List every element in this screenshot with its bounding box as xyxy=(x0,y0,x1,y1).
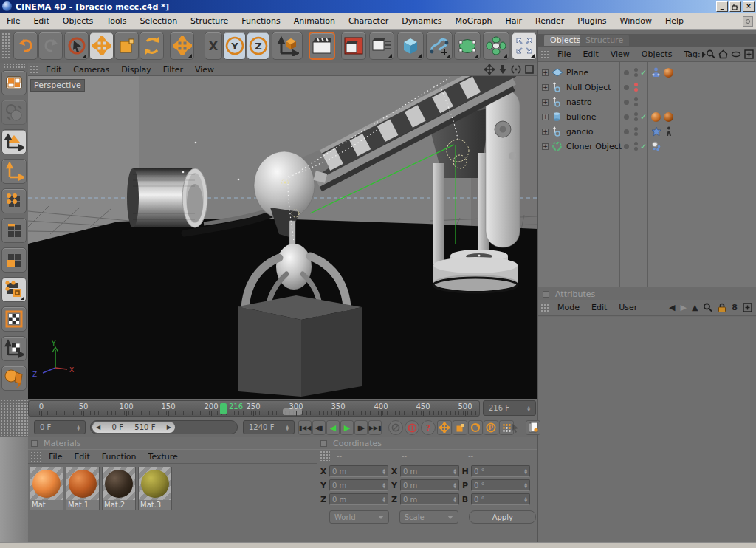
viewport-menu-filter[interactable]: Filter xyxy=(157,65,189,75)
goto-start-button[interactable]: ▮◀◀ xyxy=(298,420,312,435)
render-view-button[interactable] xyxy=(309,32,335,60)
pan-view-icon[interactable] xyxy=(484,64,495,75)
menu-mograph[interactable]: MoGraph xyxy=(448,13,498,29)
menu-pin-icon[interactable] xyxy=(743,16,753,27)
coordinates-grip[interactable] xyxy=(320,451,330,461)
record-disabled-icon[interactable] xyxy=(388,420,403,435)
om-home-icon[interactable] xyxy=(718,49,728,59)
lock-z-axis-button[interactable]: Z xyxy=(247,32,269,60)
coordinates-collapse-box[interactable] xyxy=(320,440,327,447)
om-search-icon[interactable] xyxy=(706,49,715,59)
scale-tool-button[interactable] xyxy=(114,32,139,60)
play-backward-button[interactable]: ◀ xyxy=(326,420,340,435)
menu-objects[interactable]: Objects xyxy=(56,13,100,29)
menu-edit[interactable]: Edit xyxy=(27,13,55,29)
attr-back-icon[interactable]: ◀ xyxy=(669,303,675,312)
om-menu-file[interactable]: File xyxy=(551,49,577,59)
attr-forward-icon[interactable]: ▶ xyxy=(680,303,686,312)
prev-frame-button[interactable]: ◀▮ xyxy=(312,420,326,435)
layer-dot[interactable] xyxy=(624,70,629,75)
layer-dot[interactable] xyxy=(624,114,629,120)
viewport-menu-edit[interactable]: Edit xyxy=(40,65,67,75)
material-item-mat3[interactable]: Mat.3 xyxy=(138,467,172,510)
om-grip[interactable] xyxy=(540,50,549,59)
lock-y-axis-button[interactable]: Y xyxy=(223,32,246,60)
render-settings-button[interactable] xyxy=(369,32,394,60)
rot-b-field[interactable]: 0 °▲▼ xyxy=(471,493,530,505)
visibility-dots[interactable] xyxy=(634,112,638,121)
attr-menu-mode[interactable]: Mode xyxy=(551,303,585,312)
enabled-check-icon[interactable]: ✓ xyxy=(640,68,647,78)
om-addpanel-icon[interactable] xyxy=(744,49,754,59)
lock-x-axis-button[interactable]: X xyxy=(205,32,222,60)
expand-icon[interactable]: + xyxy=(542,129,549,135)
material-item-mat[interactable]: Mat xyxy=(30,467,63,510)
character-tag-icon[interactable] xyxy=(650,67,662,78)
menu-tools[interactable]: Tools xyxy=(100,13,133,29)
object-row-bullone[interactable]: + bullone ✓ xyxy=(538,109,756,124)
preview-range-slider[interactable]: ◀ 0 F 510 F ▶ xyxy=(90,420,238,434)
material-item-mat1[interactable]: Mat.1 xyxy=(66,467,100,510)
use-world-axis-button[interactable] xyxy=(1,100,27,125)
mat-menu-texture[interactable]: Texture xyxy=(142,452,184,462)
polygons-mode-button[interactable] xyxy=(1,247,27,273)
timeline-ruler[interactable]: 0 50 100 150 200 250 300 350 400 450 500… xyxy=(28,400,480,417)
key-rotation-toggle[interactable] xyxy=(468,420,483,435)
om-menu-objects[interactable]: Objects xyxy=(636,49,678,59)
om-menu-edit[interactable]: Edit xyxy=(577,49,604,59)
render-picture-viewer-button[interactable] xyxy=(341,32,366,60)
spline-pen-button[interactable] xyxy=(426,32,453,60)
attr-menu-edit[interactable]: Edit xyxy=(585,303,613,312)
select-keys-icon[interactable] xyxy=(509,422,521,436)
apply-button[interactable]: Apply xyxy=(469,510,536,524)
layer-dot[interactable] xyxy=(624,144,629,149)
object-row-null-object[interactable]: + Null Object xyxy=(538,80,756,95)
coord-system-combo[interactable]: World xyxy=(329,510,389,524)
rot-h-field[interactable]: 0 °▲▼ xyxy=(471,465,530,477)
layer-dot[interactable] xyxy=(624,85,629,90)
move-tool-button[interactable] xyxy=(89,32,114,60)
current-frame-marker[interactable] xyxy=(220,403,227,414)
character-tag-icon[interactable] xyxy=(663,126,674,137)
xpresso-tag-icon[interactable] xyxy=(650,126,662,137)
autokey-question-button[interactable]: ? xyxy=(421,420,436,435)
current-frame-field[interactable]: 216 F ▲▼ xyxy=(483,400,536,416)
primitive-cube-button[interactable] xyxy=(397,32,424,60)
attr-lock-icon[interactable] xyxy=(718,303,726,312)
rotate-tool-button[interactable] xyxy=(140,32,164,60)
last-tool-move-button[interactable] xyxy=(170,32,194,60)
viewport-grip[interactable] xyxy=(30,65,38,74)
tag-flyout-arrow-icon[interactable] xyxy=(702,52,706,58)
menu-animation[interactable]: Animation xyxy=(287,13,342,29)
viewport-camera-label[interactable]: Perspective xyxy=(30,79,85,92)
size-z-field[interactable]: 0 m▲▼ xyxy=(400,493,459,505)
menu-hair[interactable]: Hair xyxy=(498,13,529,29)
expand-icon[interactable]: + xyxy=(542,84,549,91)
materials-grip[interactable] xyxy=(30,451,41,462)
symmetry-button[interactable] xyxy=(512,32,537,60)
object-row-plane[interactable]: + Plane ✓ xyxy=(538,65,756,80)
size-y-field[interactable]: 0 m▲▼ xyxy=(400,479,459,491)
visibility-dots[interactable] xyxy=(634,142,638,151)
anim-end-field[interactable]: 1240 F▲▼ xyxy=(243,420,295,434)
visibility-dots[interactable] xyxy=(634,97,638,106)
rotate-view-icon[interactable] xyxy=(511,64,521,75)
attr-menu-user[interactable]: User xyxy=(613,303,643,312)
expand-icon[interactable]: + xyxy=(542,99,549,106)
coordinate-system-button[interactable] xyxy=(272,32,303,60)
om-eye-icon[interactable] xyxy=(731,49,741,59)
model-mode-button[interactable] xyxy=(1,129,27,154)
pos-z-field[interactable]: 0 m▲▼ xyxy=(329,493,388,505)
visibility-dots[interactable] xyxy=(634,83,638,92)
visibility-dots[interactable] xyxy=(634,68,638,77)
attr-search-icon[interactable] xyxy=(703,303,712,312)
menu-window[interactable]: Window xyxy=(614,13,659,29)
palette-grip[interactable] xyxy=(3,63,25,68)
maximize-view-icon[interactable] xyxy=(524,64,535,75)
animation-mode-button[interactable] xyxy=(1,277,27,302)
live-selection-button[interactable] xyxy=(64,32,89,60)
object-row-cloner-object[interactable]: + Cloner Object ✓ xyxy=(538,139,756,154)
timeline-grip-area[interactable] xyxy=(0,399,28,437)
materials-collapse-box[interactable] xyxy=(31,440,38,447)
snap-settings-button[interactable] xyxy=(1,366,27,391)
